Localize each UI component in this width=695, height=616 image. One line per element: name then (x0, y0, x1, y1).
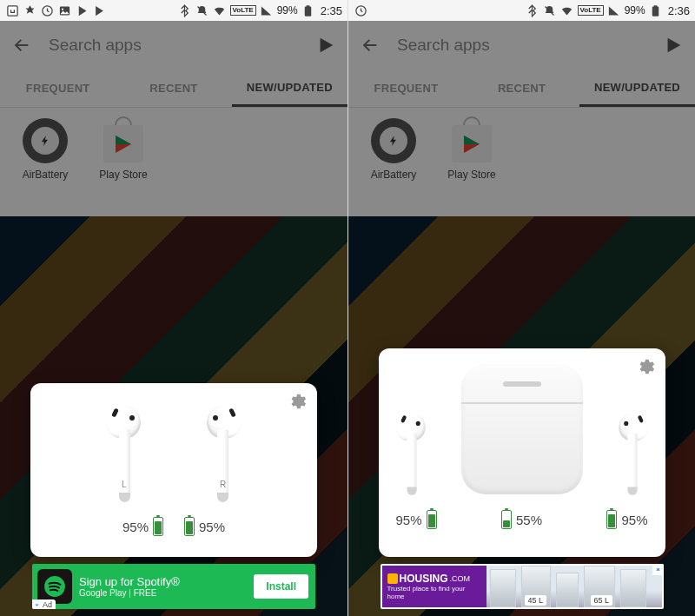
search-input[interactable]: Search apps (397, 36, 646, 55)
ad-brand: HOUSING.COM (387, 573, 481, 585)
signal-icon (260, 3, 274, 17)
settings-icon[interactable] (288, 392, 307, 411)
playstore-icon (449, 118, 494, 163)
status-left-icons (5, 3, 106, 17)
status-bar: VoLTE 99% 2:35 (0, 0, 348, 21)
battery-pct: 99% (625, 4, 645, 17)
status-clock: 2:36 (668, 4, 690, 17)
battery-charging-icon (184, 517, 195, 536)
right-airpod (612, 414, 646, 495)
volte-icon: VoLTE (578, 5, 604, 16)
play-icon (75, 3, 89, 17)
ad-brand-block: HOUSING.COM Trusted place to find your h… (382, 566, 486, 607)
bluetooth-icon (178, 3, 192, 17)
tab-frequent[interactable]: FREQUENT (348, 70, 464, 107)
left-pod-pct: 95% (122, 520, 149, 534)
signal-icon (607, 3, 621, 17)
status-right-icons: VoLTE 99% 2:36 (526, 3, 691, 17)
search-row: Search apps (0, 21, 348, 70)
svg-rect-10 (652, 6, 659, 16)
bluetooth-icon (526, 3, 539, 17)
settings-icon[interactable] (636, 357, 655, 376)
ad-install-button[interactable]: Install (254, 574, 308, 599)
price-tag-2: 65 L (591, 595, 613, 606)
play-store-icon[interactable] (664, 36, 683, 55)
search-row: Search apps (348, 21, 695, 70)
spotify-ad[interactable]: Sign up for Spotify® Google Play | FREE … (32, 564, 315, 609)
ad-subtitle: Google Play | FREE (79, 588, 254, 598)
playstore-icon (101, 118, 146, 163)
right-pod-battery: 95% (606, 510, 647, 529)
app-drawer: Search apps FREQUENT RECENT NEW/UPDATED … (348, 21, 695, 216)
volte-icon: VoLTE (230, 5, 256, 16)
right-pod-pct: 95% (199, 520, 225, 534)
left-pod-letter: L (122, 480, 127, 489)
airbattery-popup: L R 95% 95% (30, 383, 317, 557)
house-icon (387, 573, 398, 584)
tabs: FREQUENT RECENT NEW/UPDATED (0, 70, 348, 108)
right-pod-letter: R (220, 480, 226, 489)
svg-point-3 (61, 8, 63, 10)
ad-text: Sign up for Spotify® Google Play | FREE (77, 575, 254, 598)
app-airbattery[interactable]: AirBattery (16, 118, 75, 181)
app-playstore[interactable]: Play Store (94, 118, 153, 181)
status-left-icons (354, 3, 367, 17)
svg-rect-5 (305, 6, 312, 16)
status-right-icons: VoLTE 99% 2:35 (178, 3, 343, 17)
phone-right: VoLTE 99% 2:36 Search apps FREQUENT RECE… (348, 0, 695, 616)
battery-icon (301, 3, 315, 17)
image-icon (57, 3, 71, 17)
tab-new-updated[interactable]: NEW/UPDATED (579, 70, 695, 107)
svg-rect-11 (654, 5, 658, 7)
app-label: AirBattery (23, 169, 69, 181)
price-tag-1: 45 L (525, 595, 547, 606)
photos-icon (23, 3, 36, 17)
status-clock: 2:35 (321, 4, 342, 17)
tabs: FREQUENT RECENT NEW/UPDATED (348, 70, 695, 108)
app-label: AirBattery (371, 169, 417, 181)
apps-row: AirBattery Play Store (0, 108, 348, 191)
left-pod-battery: 95% (396, 510, 437, 529)
right-airpod: R (200, 406, 240, 501)
clock-icon (354, 3, 367, 17)
mute-icon (543, 3, 557, 17)
back-icon[interactable] (12, 36, 31, 55)
battery-charging-icon (606, 510, 617, 529)
ad-close-icon[interactable] (652, 564, 664, 575)
search-input[interactable]: Search apps (49, 36, 299, 55)
app-label: Play Store (447, 169, 495, 181)
app-airbattery[interactable]: AirBattery (364, 118, 423, 181)
play-store-icon[interactable] (316, 36, 335, 55)
devices-row (393, 357, 652, 494)
apps-row: AirBattery Play Store (348, 108, 695, 191)
tab-new-updated[interactable]: NEW/UPDATED (232, 70, 348, 107)
wifi-icon (560, 3, 574, 17)
right-pod-pct: 95% (621, 513, 647, 527)
back-icon[interactable] (361, 36, 380, 55)
airpods-row: L R (44, 399, 303, 501)
play-icon-2 (92, 3, 106, 17)
status-bar: VoLTE 99% 2:36 (348, 0, 695, 21)
case-pct: 55% (516, 513, 542, 527)
app-playstore[interactable]: Play Store (442, 118, 501, 181)
tab-recent[interactable]: RECENT (116, 70, 231, 107)
tab-frequent[interactable]: FREQUENT (0, 70, 116, 107)
ad-image: 45 L 65 L (486, 566, 662, 607)
airbattery-icon (23, 118, 68, 163)
notif-icon (5, 3, 19, 17)
left-pod-pct: 95% (396, 513, 422, 527)
left-pod-battery: 95% (122, 517, 163, 536)
tab-recent[interactable]: RECENT (464, 70, 579, 107)
phone-left: VoLTE 99% 2:35 Search apps FREQUENT RECE… (0, 0, 348, 616)
housing-ad[interactable]: HOUSING.COM Trusted place to find your h… (381, 564, 664, 609)
airbattery-popup: 95% 55% 95% (379, 348, 665, 557)
airbattery-icon (371, 118, 416, 163)
ad-title: Sign up for Spotify® (79, 575, 254, 588)
wifi-icon (213, 3, 227, 17)
right-pod-battery: 95% (184, 517, 225, 536)
ad-badge[interactable]: Ad (32, 599, 56, 609)
svg-rect-0 (7, 5, 17, 15)
left-airpod: L (108, 406, 148, 501)
left-airpod (397, 414, 431, 495)
battery-stats: 95% 95% (44, 517, 303, 536)
